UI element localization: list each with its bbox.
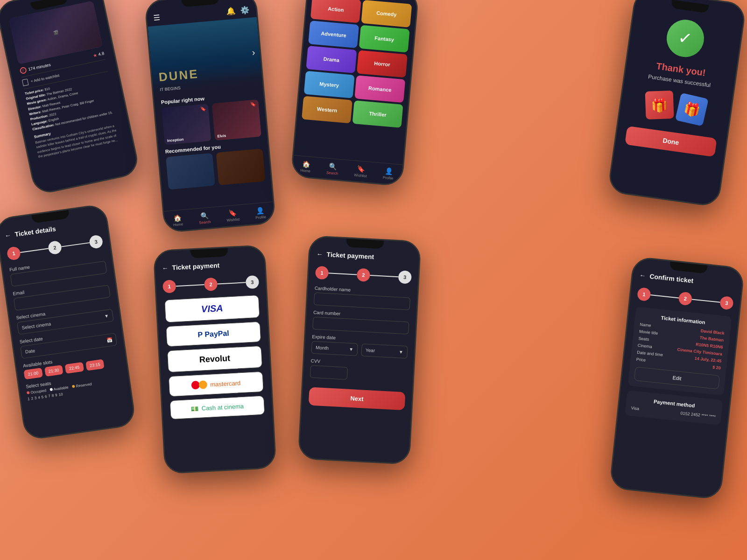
cvv-input[interactable]: [310, 365, 348, 380]
step-line-1-confirm: [650, 294, 679, 298]
mastercard-button[interactable]: mastercard: [169, 371, 264, 397]
phone-movie-details: 🎬 ⏱ 174 minutes ★ 4.8 + Add to watchlist: [0, 0, 141, 196]
visa-button[interactable]: VISA: [164, 295, 260, 323]
chevron-down-icon: ▼: [104, 313, 109, 319]
rec-movie-1[interactable]: [166, 153, 215, 189]
genre-mystery[interactable]: Mystery: [304, 71, 355, 98]
date-placeholder: Date: [25, 348, 35, 355]
phone-payment-method: ← Ticket payment 1 2 3 VISA P PayPal Rev…: [153, 245, 277, 474]
genre-action[interactable]: Action: [310, 0, 361, 23]
step-indicator-pay: 1 2 3: [162, 275, 259, 294]
back-arrow-icon[interactable]: ←: [4, 231, 12, 239]
confirm-ticket-title: Confirm ticket: [649, 273, 694, 285]
nav-wishlist-genre[interactable]: 🔖 Wishlist: [354, 165, 368, 178]
paypal-button[interactable]: P PayPal: [166, 322, 261, 347]
slot-2245[interactable]: 22:45: [65, 362, 84, 374]
step-line-2-pay: [218, 282, 246, 284]
movie-thumb-elvis[interactable]: Elvis 🔖: [211, 99, 261, 140]
slot-2100[interactable]: 21:00: [24, 368, 43, 379]
phone-ticket-details: ← Ticket details 1 2 3 Full name Email S…: [0, 203, 136, 441]
movie-thumb-inception[interactable]: Inception 🔖: [162, 104, 211, 145]
nav-search-genre[interactable]: 🔍 Search: [326, 162, 339, 175]
cardholder-input[interactable]: [314, 293, 410, 310]
genre-romance[interactable]: Romance: [354, 75, 405, 103]
bell-icon[interactable]: 🔔: [226, 6, 236, 16]
hamburger-icon[interactable]: ☰: [153, 13, 161, 22]
phone-card-payment: ← Ticket payment 1 2 3 Cardholder name C…: [298, 235, 422, 465]
done-button[interactable]: Done: [625, 126, 717, 157]
genre-thriller[interactable]: Thriller: [352, 100, 403, 128]
genre-comedy[interactable]: Comedy: [361, 0, 412, 28]
rec-movie-2[interactable]: [216, 149, 266, 185]
phone-home-browse: ☰ 🔔 ⚙️ DUNE IT BEGINS › Popular right no…: [144, 0, 276, 233]
year-placeholder: Year: [366, 348, 375, 353]
elvis-label: Elvis: [217, 133, 226, 139]
step-2-card: 2: [357, 268, 370, 282]
search-icon: 🔍: [200, 211, 209, 219]
notch: [671, 0, 709, 13]
step-1-card: 1: [315, 266, 329, 280]
mc-orange-circle: [199, 380, 208, 389]
expire-row: Month ▼ Year ▼: [311, 341, 408, 359]
step-2: 2: [48, 240, 63, 255]
cash-at-cinema-label: Cash at cinema: [201, 403, 244, 412]
chevron-down-year: ▼: [399, 349, 403, 355]
nav-home[interactable]: 🏠 Home: [172, 214, 183, 227]
revolut-logo: Revolut: [199, 353, 230, 364]
genre-adventure[interactable]: Adventure: [308, 21, 359, 48]
gear-icon[interactable]: ⚙️: [240, 5, 250, 15]
card-number-input[interactable]: [312, 317, 409, 335]
month-dropdown[interactable]: Month ▼: [311, 341, 358, 356]
revolut-button[interactable]: Revolut: [167, 346, 262, 373]
nav-search[interactable]: 🔍 Search: [198, 211, 211, 225]
success-circle: ✓: [664, 17, 706, 59]
genre-fantasy[interactable]: Fantasy: [359, 25, 410, 53]
hero-banner: DUNE IT BEGINS ›: [148, 17, 263, 97]
slot-2315[interactable]: 23:15: [85, 359, 105, 371]
card-payment-header: ← Ticket payment: [316, 245, 413, 267]
nav-profile[interactable]: 👤 Profile: [254, 206, 266, 220]
checkmark-icon: ✓: [677, 28, 694, 49]
available-dot: [49, 388, 53, 391]
back-arrow-icon-confirm[interactable]: ←: [639, 271, 647, 279]
phone-confirm-ticket: ← Confirm ticket 1 2 3 Ticket informatio…: [609, 256, 745, 500]
step-line-1: [20, 248, 49, 253]
step-3-confirm: 3: [719, 296, 734, 310]
bookmark-icon-inception[interactable]: 🔖: [200, 106, 206, 112]
ticket-payment-title: Ticket payment: [172, 261, 219, 271]
gift-box-red: 🎁: [645, 91, 674, 119]
edit-button[interactable]: Edit: [634, 367, 720, 390]
next-button[interactable]: Next: [309, 387, 406, 410]
chevron-down-month: ▼: [349, 347, 353, 352]
clock-icon: ⏱: [19, 67, 27, 75]
ticket-details-title: Ticket details: [14, 225, 56, 238]
mastercard-label: mastercard: [210, 379, 241, 388]
cash-at-cinema-button[interactable]: 💵 Cash at cinema: [169, 396, 265, 420]
slot-2130[interactable]: 21:30: [44, 365, 63, 377]
nav-wishlist[interactable]: 🔖 Wishlist: [226, 209, 240, 222]
nav-profile-genre[interactable]: 👤 Profile: [383, 167, 395, 181]
step-line-2: [61, 242, 90, 247]
home-icon: 🏠: [302, 160, 310, 168]
payment-info-box: Payment method Visa 0152 2452 **** ****: [625, 390, 723, 425]
bookmark-icon-elvis[interactable]: 🔖: [250, 101, 256, 107]
step-3: 3: [89, 234, 104, 249]
genre-horror[interactable]: Horror: [357, 50, 408, 77]
back-arrow-icon-pay[interactable]: ←: [162, 264, 169, 272]
calendar-icon: 📅: [106, 337, 113, 343]
nav-home-genre[interactable]: 🏠 Home: [300, 160, 311, 174]
genre-western[interactable]: Western: [302, 96, 352, 124]
rating-badge: ★ 4.8: [92, 51, 105, 58]
ticket-payment-header: ← Ticket payment: [162, 255, 259, 277]
wishlist-icon-genre: 🔖: [357, 165, 365, 173]
year-dropdown[interactable]: Year ▼: [361, 343, 408, 358]
ticket-info-box: Ticket information Name David Black Movi…: [628, 307, 732, 396]
step-3-pay: 3: [246, 275, 259, 289]
genre-drama[interactable]: Drama: [306, 46, 357, 73]
month-placeholder: Month: [316, 345, 329, 350]
reserved-dot: [72, 385, 75, 388]
bookmark-icon[interactable]: [22, 78, 29, 86]
step-1-pay: 1: [162, 280, 176, 293]
back-arrow-icon-card[interactable]: ←: [316, 250, 323, 258]
step-line-2-confirm: [692, 299, 720, 302]
